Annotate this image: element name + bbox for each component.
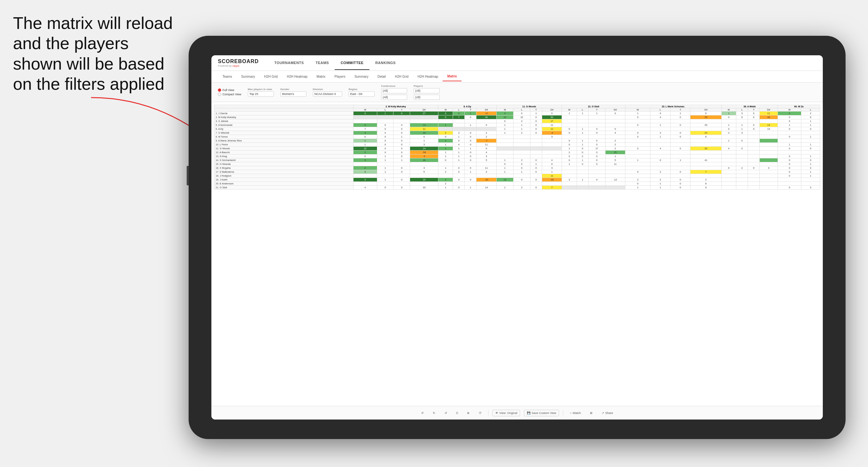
- nav-committee[interactable]: COMMITTEE: [335, 56, 369, 70]
- cell: [394, 182, 410, 186]
- subnav-matrix[interactable]: Matrix: [312, 72, 330, 81]
- cell: [760, 186, 778, 190]
- subnav-h2h-grid[interactable]: H2H Grid: [259, 72, 282, 81]
- cell: 0: [778, 154, 801, 158]
- cell: 46: [760, 116, 778, 119]
- view-original-button[interactable]: 👁 View: Original: [492, 410, 520, 416]
- cell: [394, 174, 410, 178]
- cell: 3: [353, 112, 377, 116]
- cell: [748, 182, 760, 186]
- clock-button[interactable]: ⏱: [476, 410, 484, 416]
- sub-t5: T: [670, 108, 690, 112]
- cell: [588, 119, 605, 123]
- cell: [562, 186, 577, 190]
- cell: [377, 119, 394, 123]
- table-row: 2. M Kelly Mulcahy 07040 1010050 04035 0…: [214, 116, 820, 119]
- cell: 0: [748, 123, 760, 127]
- cell: 11: [542, 174, 562, 178]
- cell: [760, 182, 778, 186]
- cell: 13: [497, 178, 514, 182]
- max-players-select[interactable]: Top 25 Top 10 Top 50: [248, 91, 274, 97]
- redo-button[interactable]: ↻: [430, 410, 438, 416]
- layout-button[interactable]: ⊞: [587, 410, 595, 416]
- sub-w4: W: [562, 108, 577, 112]
- conference-filter: Conference (All) (All): [381, 85, 407, 100]
- compact-view-option[interactable]: Compact View: [218, 93, 241, 96]
- save-icon: 💾: [527, 411, 530, 415]
- row-player-name: 14. S Srichantamit: [214, 158, 353, 162]
- table-row: 10. L Perini 1003 14011 0102 11: [214, 143, 820, 147]
- conference-select2[interactable]: (All): [381, 95, 407, 100]
- subnav-h2h-grid2[interactable]: H2H Grid: [390, 72, 413, 81]
- cell: 0: [497, 162, 514, 166]
- cell: [476, 127, 497, 131]
- cell: [353, 182, 377, 186]
- cell: [542, 143, 562, 147]
- cell: 0: [394, 143, 410, 147]
- cell: 1: [778, 123, 801, 127]
- cell: 2: [625, 178, 650, 182]
- zoom-button[interactable]: ⊕: [464, 410, 472, 416]
- copy-button[interactable]: ⎘: [454, 410, 461, 416]
- nav-tournaments[interactable]: TOURNAMENTS: [269, 56, 310, 70]
- conference-select[interactable]: (All): [381, 88, 407, 93]
- cell: 0: [453, 186, 465, 190]
- cell: 4: [650, 147, 671, 151]
- cell: [513, 135, 530, 139]
- sub-dif3: Dif: [542, 108, 562, 112]
- cell: 0: [588, 151, 605, 154]
- cell: 0: [670, 170, 690, 174]
- cell: 0: [721, 166, 736, 170]
- subnav-teams[interactable]: Teams: [218, 72, 237, 81]
- cell: 1: [562, 112, 577, 116]
- row-player-name: 1. J Garcia: [214, 112, 353, 116]
- subnav-h2h-heatmap2[interactable]: H2H Heatmap: [413, 72, 443, 81]
- cell: 0: [625, 116, 650, 119]
- gender-select[interactable]: Women's Men's: [280, 91, 306, 97]
- region-select[interactable]: East - DII West - DII South - DII: [349, 91, 375, 97]
- subnav-h2h-heatmap[interactable]: H2H Heatmap: [282, 72, 312, 81]
- watch-button[interactable]: ○ Watch: [567, 410, 583, 416]
- subnav-summary2[interactable]: Summary: [350, 72, 373, 81]
- sub-l2: L: [453, 108, 465, 112]
- cell: [721, 143, 736, 147]
- cell: 0: [353, 135, 377, 139]
- cell: 1: [736, 123, 748, 127]
- division-select[interactable]: NCAA Division II NCAA Division I NCAA Di…: [313, 91, 342, 97]
- sub-corner: [214, 108, 353, 112]
- cell: 11: [410, 127, 438, 131]
- matrix-content[interactable]: 2. M Kelly Mulcahy 6. A Dy 11. G Woods 2…: [211, 102, 823, 406]
- players-select2[interactable]: (All): [414, 95, 440, 100]
- subnav-matrix2[interactable]: Matrix: [443, 72, 461, 81]
- cell: 0: [778, 170, 801, 174]
- share-button[interactable]: ↗ Share: [599, 410, 616, 416]
- nav-teams[interactable]: TEAMS: [310, 56, 335, 70]
- full-view-radio[interactable]: [218, 89, 221, 92]
- cell: 33: [410, 186, 438, 190]
- cell: 4: [721, 147, 736, 151]
- cell: 13: [760, 123, 778, 127]
- subnav-summary[interactable]: Summary: [237, 72, 259, 81]
- cell: 25: [690, 123, 721, 127]
- subnav-players[interactable]: Players: [330, 72, 350, 81]
- save-custom-button[interactable]: 💾 Save Custom View: [524, 410, 559, 416]
- row-player-name: 3. S Jelinek: [214, 119, 353, 123]
- row-player-name: 10. L Perini: [214, 143, 353, 147]
- subnav-detail[interactable]: Detail: [373, 72, 391, 81]
- cell: [513, 147, 530, 151]
- cell: [588, 135, 605, 139]
- cell: [453, 119, 465, 123]
- cell: [453, 123, 465, 127]
- cell: 0: [562, 143, 577, 147]
- full-view-option[interactable]: Full View: [218, 89, 241, 92]
- cell: 0: [513, 166, 530, 170]
- cell: 10: [353, 147, 377, 151]
- cell: 3: [353, 178, 377, 182]
- refresh-button[interactable]: ↺: [442, 410, 450, 416]
- cell: 1: [721, 112, 736, 116]
- cell: -7: [476, 139, 497, 143]
- players-select[interactable]: (All): [414, 88, 440, 93]
- undo-button[interactable]: ↺: [418, 410, 426, 416]
- nav-rankings[interactable]: RANKINGS: [369, 56, 402, 70]
- compact-view-radio[interactable]: [218, 93, 221, 96]
